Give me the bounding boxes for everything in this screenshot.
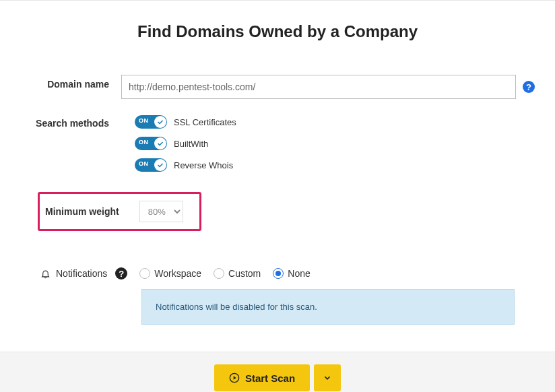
page-title: Find Domains Owned by a Company <box>20 22 535 41</box>
notifications-info: Notifications will be disabled for this … <box>141 289 515 325</box>
minimum-weight-select[interactable]: 80% <box>139 201 183 222</box>
bell-icon <box>40 269 51 279</box>
toggle-on-text: ON <box>139 139 149 145</box>
check-icon <box>154 116 166 128</box>
domain-name-input[interactable] <box>121 75 516 99</box>
toggle-on-text: ON <box>139 117 149 124</box>
minimum-weight-label: Minimum weight <box>45 206 119 217</box>
radio-none-label: None <box>288 268 310 279</box>
svg-marker-1 <box>234 376 236 379</box>
help-icon[interactable]: ? <box>115 267 127 280</box>
start-scan-button[interactable]: Start Scan <box>214 364 310 391</box>
toggle-builtwith-label: BuiltWith <box>174 139 208 149</box>
toggle-reverse-whois[interactable]: ON <box>135 158 167 172</box>
toggle-ssl-certificates[interactable]: ON <box>135 115 167 129</box>
search-methods-label: Search methods <box>20 114 121 129</box>
radio-custom[interactable]: Custom <box>214 268 261 279</box>
toggle-whois-label: Reverse Whois <box>174 160 233 170</box>
play-icon <box>229 372 240 383</box>
radio-icon <box>214 268 224 279</box>
check-icon <box>154 159 166 171</box>
minimum-weight-highlight: Minimum weight 80% <box>38 192 201 231</box>
chevron-down-icon <box>323 373 332 383</box>
radio-none[interactable]: None <box>273 268 310 279</box>
radio-icon <box>139 268 150 279</box>
check-icon <box>154 137 166 150</box>
toggle-builtwith[interactable]: ON <box>135 137 167 150</box>
radio-workspace-label: Workspace <box>154 268 201 279</box>
radio-custom-label: Custom <box>228 268 261 279</box>
radio-icon <box>273 268 284 279</box>
start-scan-label: Start Scan <box>245 372 295 384</box>
start-scan-dropdown-button[interactable] <box>314 364 341 391</box>
domain-name-label: Domain name <box>20 75 121 90</box>
notifications-label: Notifications <box>56 268 107 279</box>
radio-workspace[interactable]: Workspace <box>139 268 201 279</box>
toggle-on-text: ON <box>139 160 149 167</box>
toggle-ssl-label: SSL Certificates <box>174 117 236 127</box>
help-icon[interactable]: ? <box>523 81 535 93</box>
